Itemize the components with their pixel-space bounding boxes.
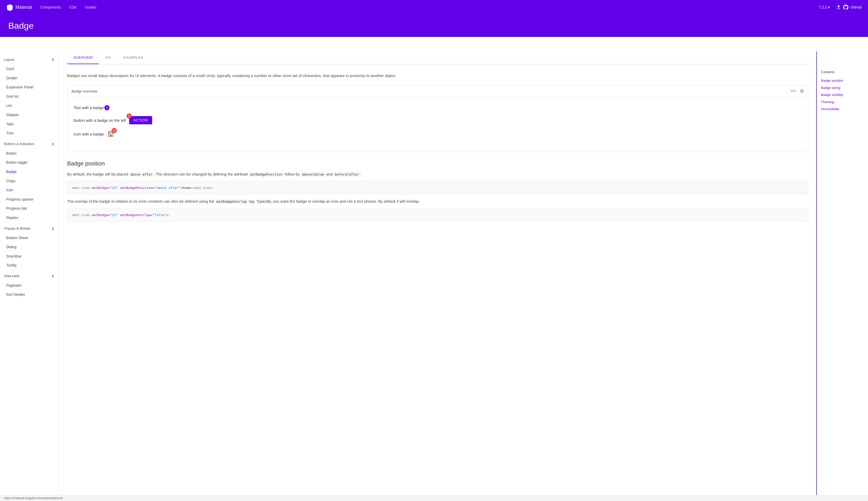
status-bar: https://material.angular.io/components/i… xyxy=(0,495,868,501)
sidebar-item-list[interactable]: List xyxy=(0,101,59,110)
action-button[interactable]: Action xyxy=(129,116,152,124)
badge-value-15: 15 xyxy=(112,128,117,133)
main-content: OVERVIEW API EXAMPLES Badges are small s… xyxy=(59,52,816,501)
demo-box-label: Badge overview xyxy=(72,89,97,93)
toc-item-badge-position[interactable]: Badge position xyxy=(817,77,868,84)
demo-row-button-badge: Button with a badge on the left 8 Action xyxy=(74,116,802,124)
sidebar-section-data-table[interactable]: Data table ∧ xyxy=(0,270,59,281)
nav-cdk[interactable]: CDK xyxy=(69,5,77,9)
demo-box-icons: <> ⧉ xyxy=(791,88,804,94)
sidebar-item-tree[interactable]: Tree xyxy=(0,129,59,138)
page-title: Badge xyxy=(8,21,860,31)
open-in-new-icon[interactable]: ⧉ xyxy=(800,88,804,94)
badge-value-4: 4 xyxy=(105,105,110,110)
sidebar-item-divider[interactable]: Divider xyxy=(0,74,59,83)
nav-links: Components CDK Guides xyxy=(40,5,96,9)
tab-examples[interactable]: EXAMPLES xyxy=(117,52,149,64)
code-above-after: above after xyxy=(129,172,153,177)
download-icon xyxy=(836,5,841,10)
nav-guides[interactable]: Guides xyxy=(85,5,96,9)
sidebar-item-icon[interactable]: Icon xyxy=(0,185,59,195)
chevron-up-icon: ∧ xyxy=(51,57,55,62)
attr-val-above-after: above after xyxy=(156,186,179,190)
sidebar-item-button[interactable]: Button xyxy=(0,149,59,158)
material-logo-icon xyxy=(6,4,13,11)
github-icon xyxy=(843,5,848,10)
attr-val-false: false xyxy=(154,213,165,217)
sidebar-item-progress-bar[interactable]: Progress bar xyxy=(0,204,59,213)
attr-matbadge: matBadge xyxy=(92,186,108,190)
attr-matbadgeoverlap: matBadgeOverlap xyxy=(120,213,150,217)
badge-position-prose-2: The overlap of the badge in relation to … xyxy=(67,198,808,204)
logo-text: Material xyxy=(15,5,32,10)
sidebar-item-progress-spinner[interactable]: Progress spinner xyxy=(0,195,59,204)
status-url: https://material.angular.io/components/i… xyxy=(4,496,63,500)
badge-value-8: 8 xyxy=(127,114,132,119)
code-before-after: before|after xyxy=(334,172,360,177)
sidebar-item-button-toggle[interactable]: Button toggle xyxy=(0,158,59,167)
chevron-up-icon-4: ∧ xyxy=(51,273,55,279)
tab-bar: OVERVIEW API EXAMPLES xyxy=(67,52,808,64)
toc-item-theming[interactable]: Theming xyxy=(817,98,868,106)
demo-row-text-badge: Text with a badge 4 xyxy=(74,106,802,110)
demo-box: Badge overview <> ⧉ Text with a badge 4 xyxy=(67,85,808,152)
code-block-1: <mat-icon matBadge="22" matBadgePosition… xyxy=(67,181,808,194)
toc-item-accessibility[interactable]: Accessibility xyxy=(817,106,868,113)
demo-row-icon-badge: Icon with a badge 15 🏠 xyxy=(74,130,802,137)
demo-box-content: Text with a badge 4 Button with a badge … xyxy=(67,97,808,152)
attr-matbadgeposition: matBadgePosition xyxy=(120,186,152,190)
sidebar-item-paginator[interactable]: Paginator xyxy=(0,281,59,290)
github-link[interactable]: GitHub xyxy=(836,5,862,10)
sidebar-item-tabs[interactable]: Tabs xyxy=(0,120,59,129)
sidebar-section-buttons[interactable]: Buttons & Indicators ∧ xyxy=(0,138,59,149)
tab-api[interactable]: API xyxy=(99,52,117,64)
sidebar-item-grid-list[interactable]: Grid list xyxy=(0,92,59,102)
chevron-up-icon-2: ∧ xyxy=(51,141,55,147)
logo[interactable]: Material xyxy=(6,4,32,11)
sidebar-section-layout[interactable]: Layout ∧ xyxy=(0,54,59,64)
sidebar: Layout ∧ Card Divider Expansion Panel Gr… xyxy=(0,52,59,501)
icon-badge-wrapper: 15 🏠 xyxy=(107,130,114,137)
sidebar-item-sort-header[interactable]: Sort header xyxy=(0,290,59,299)
toc-item-badge-visibility[interactable]: Badge visibility xyxy=(817,91,868,98)
version-selector[interactable]: 7.2.2 ▾ xyxy=(819,5,830,9)
badge-position-heading: Badge position xyxy=(67,160,808,167)
nav-components[interactable]: Components xyxy=(40,5,61,9)
code-above-below: above|below xyxy=(301,172,325,177)
tab-overview[interactable]: OVERVIEW xyxy=(67,52,99,64)
badge-position-prose-1: By default, the badge will be placed abo… xyxy=(67,171,808,177)
attr-matbadge-2: matBadge xyxy=(92,213,108,217)
sidebar-item-bottom-sheet[interactable]: Bottom Sheet xyxy=(0,233,59,243)
sidebar-item-badge[interactable]: Badge xyxy=(0,167,59,177)
table-of-contents: Contents Badge position Badge sizing Bad… xyxy=(816,52,868,501)
text-badge-label: Text with a badge xyxy=(74,106,104,110)
attr-val-22-2: 22 xyxy=(112,213,116,217)
sidebar-section-popups[interactable]: Popups & Modals ∧ xyxy=(0,223,59,233)
tag-open-2: <mat-icon xyxy=(72,213,92,217)
demo-box-header: Badge overview <> ⧉ xyxy=(67,85,808,97)
sidebar-item-chips[interactable]: Chips xyxy=(0,177,59,186)
sidebar-item-tooltip[interactable]: Tooltip xyxy=(0,261,59,270)
code-block-2: <mat-icon matBadge="22" matBadgeOverlap=… xyxy=(67,209,808,221)
code-matbadgeoverlap: matBadgeOverlap xyxy=(216,199,248,204)
tag-open: <mat-icon xyxy=(72,186,92,190)
toc-title: Contents xyxy=(817,70,868,74)
hero-section: Badge xyxy=(0,14,868,37)
icon-badge-label: Icon with a badge xyxy=(74,132,104,136)
chevron-up-icon-3: ∧ xyxy=(51,226,55,231)
page-description: Badges are small status descriptors for … xyxy=(67,73,808,79)
sidebar-item-ripples[interactable]: Ripples xyxy=(0,213,59,223)
code-matbadgeposition: matBadgePosition xyxy=(249,172,283,177)
toc-item-badge-sizing[interactable]: Badge sizing xyxy=(817,84,868,92)
top-nav: Material Components CDK Guides 7.2.2 ▾ G… xyxy=(0,0,868,14)
sidebar-item-card[interactable]: Card xyxy=(0,64,59,74)
code-icon[interactable]: <> xyxy=(791,88,796,94)
sidebar-item-expansion-panel[interactable]: Expansion Panel xyxy=(0,83,59,92)
sidebar-item-snackbar[interactable]: Snackbar xyxy=(0,252,59,261)
button-badge-wrapper: 8 Action xyxy=(129,116,152,124)
button-badge-label: Button with a badge on the left xyxy=(74,118,126,122)
attr-val-22: 22 xyxy=(112,186,116,190)
sidebar-item-dialog[interactable]: Dialog xyxy=(0,243,59,252)
sidebar-item-stepper[interactable]: Stepper xyxy=(0,110,59,120)
